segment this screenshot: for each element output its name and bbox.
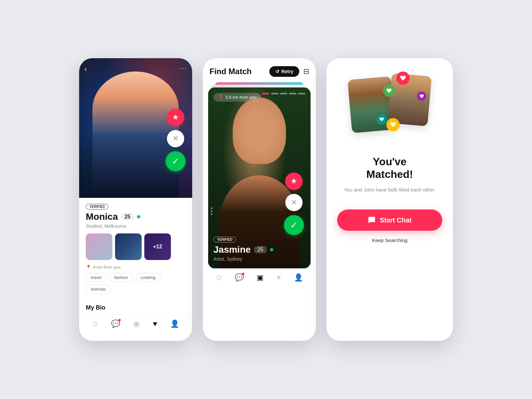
thumb-more-count: +12: [153, 244, 162, 250]
card-progress-dots: [262, 93, 305, 94]
card-online-dot: [270, 248, 273, 251]
phone-find-match: Find Match ↺ Retry ⊟: [203, 58, 316, 341]
nav-cards[interactable]: ▣: [133, 320, 140, 328]
v-dot-1: [211, 207, 212, 209]
dot-4: [289, 93, 296, 94]
tag-travel: travel: [86, 273, 106, 282]
card-occupation: Artist, Sydney: [213, 256, 273, 262]
tag-fashion: fashion: [109, 273, 133, 282]
v-dot-3: [211, 213, 212, 215]
find-match-bottom-nav: ⊙ 💬 ▣ ♥ 👤: [203, 268, 316, 287]
bubble-pink: [396, 71, 410, 85]
card-star-button[interactable]: ★: [285, 173, 303, 190]
retry-label: Retry: [281, 69, 293, 74]
card-age: 25: [254, 246, 267, 253]
keep-searching-button[interactable]: Keep Searching: [372, 237, 408, 243]
location-icon: 📍: [86, 265, 91, 270]
thumb-3[interactable]: +12: [144, 233, 171, 260]
nav-chat[interactable]: 💬: [111, 320, 120, 328]
dot-2: [271, 93, 278, 94]
more-button[interactable]: ···: [180, 65, 187, 72]
nav2-location[interactable]: ⊙: [216, 273, 222, 282]
start-chat-label: Start Chat: [380, 216, 412, 224]
bubble-yellow: [386, 118, 400, 131]
dislike-button[interactable]: ✕: [167, 130, 184, 147]
card-person-name: Jasmine: [213, 244, 251, 255]
star-button[interactable]: ★: [167, 109, 184, 126]
distance-row: 📍 4 km from you: [86, 265, 186, 270]
profile-header-image: ‹ ··· ★ ✕ ✓: [79, 58, 192, 198]
find-match-header: Find Match ↺ Retry ⊟: [203, 58, 316, 82]
bubble-green: [383, 85, 395, 97]
jasmine-face: [233, 97, 286, 164]
verified-badge: VERIFIED: [86, 204, 108, 209]
bubble-purple: [417, 91, 426, 101]
nav2-heart[interactable]: ♥: [277, 273, 281, 282]
main-swipe-card[interactable]: 📍 5.6 km from you: [208, 87, 311, 268]
matched-screen: You've Matched! You and John have both l…: [327, 58, 453, 256]
matched-subtitle: You and John have both liked each other.: [344, 186, 436, 194]
options-dots: [211, 207, 212, 215]
retry-icon: ↺: [275, 69, 279, 74]
matched-title: You've Matched!: [366, 155, 413, 181]
bio-label: My Bio: [86, 304, 192, 311]
bottom-navigation: ⊙ 💬 ▣ ♥ 👤: [79, 315, 192, 333]
tag-cooking: cooking: [136, 273, 161, 282]
interest-tags: travel fashion cooking animals: [86, 273, 186, 294]
card-dislike-button[interactable]: ✕: [285, 194, 303, 211]
nav2-chat-dot: [242, 273, 244, 275]
nav-profile[interactable]: 👤: [170, 320, 179, 328]
card-distance: 5.6 km from you: [225, 95, 256, 100]
pin-icon: 📍: [218, 95, 223, 100]
nav2-chat[interactable]: 💬: [235, 273, 244, 282]
chat-icon: [368, 216, 376, 224]
retry-button[interactable]: ↺ Retry: [269, 66, 299, 77]
filter-button[interactable]: ⊟: [303, 67, 309, 76]
dot-3: [280, 93, 287, 94]
thumb-2[interactable]: [115, 233, 142, 260]
card-person-info: VERIFIED Jasmine 25 Artist, Sydney: [213, 236, 273, 262]
phone-profile: ‹ ··· ★ ✕ ✓ VERIFIED Monica 25 Student, …: [79, 58, 192, 341]
card-like-button[interactable]: ✓: [284, 215, 304, 235]
like-button[interactable]: ✓: [166, 151, 186, 171]
back-button[interactable]: ‹: [84, 65, 87, 73]
nav-location[interactable]: ⊙: [92, 320, 98, 328]
profile-occupation: Student, Melbourne: [86, 223, 186, 229]
dot-1: [262, 93, 269, 94]
start-chat-button[interactable]: Start Chat: [337, 209, 442, 231]
card-stack: 📍 5.6 km from you: [208, 82, 311, 268]
photo-thumbnails: +12: [86, 233, 186, 260]
thumb-1[interactable]: [86, 233, 112, 260]
bubble-teal: [376, 114, 387, 125]
find-match-title: Find Match: [209, 67, 252, 76]
header-actions: ↺ Retry ⊟: [269, 66, 309, 77]
profile-info: VERIFIED Monica 25 Student, Melbourne +1…: [79, 198, 192, 299]
card-verified-badge: VERIFIED: [213, 237, 236, 242]
distance-text: 4 km from you: [93, 265, 120, 270]
v-dot-2: [211, 210, 212, 212]
match-avatars: [350, 71, 430, 145]
nav2-cards[interactable]: ▣: [257, 273, 264, 282]
age-badge: 25: [121, 213, 134, 220]
phone-matched: You've Matched! You and John have both l…: [327, 58, 453, 341]
nav-heart[interactable]: ♥: [153, 320, 157, 328]
card-location-chip: 📍 5.6 km from you: [213, 93, 261, 102]
online-indicator: [137, 215, 140, 218]
profile-name: Monica: [86, 211, 118, 222]
chat-notification-dot: [118, 319, 121, 321]
dot-5: [298, 93, 305, 94]
tag-animals: animals: [86, 285, 111, 294]
nav2-profile[interactable]: 👤: [294, 273, 303, 282]
